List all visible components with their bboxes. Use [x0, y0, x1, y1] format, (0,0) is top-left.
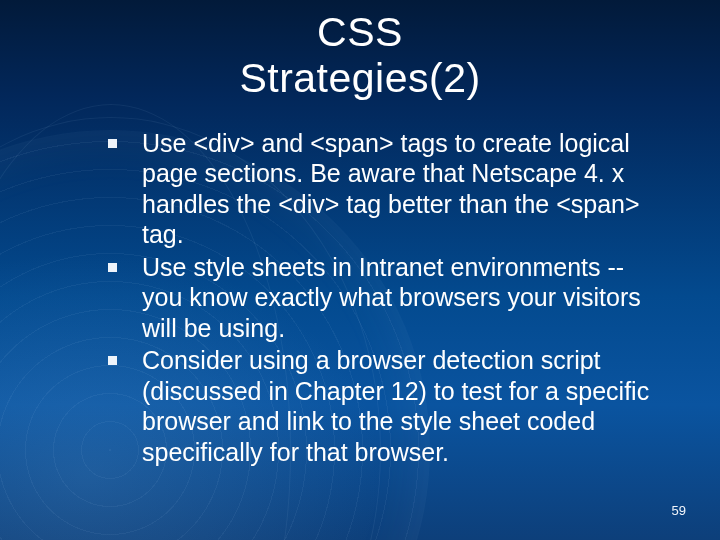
bullet-text: Use style sheets in Intranet environment…: [142, 253, 641, 342]
list-item: Use style sheets in Intranet environment…: [102, 252, 670, 344]
slide: CSS Strategies(2) Use <div> and <span> t…: [0, 0, 720, 540]
bullet-text: Use <div> and <span> tags to create logi…: [142, 129, 640, 249]
slide-title: CSS Strategies(2): [40, 10, 680, 102]
page-number: 59: [672, 503, 686, 518]
bullet-list: Use <div> and <span> tags to create logi…: [102, 128, 670, 468]
bullet-text: Consider using a browser detection scrip…: [142, 346, 649, 466]
list-item: Use <div> and <span> tags to create logi…: [102, 128, 670, 250]
title-line-1: CSS: [317, 9, 403, 55]
list-item: Consider using a browser detection scrip…: [102, 345, 670, 467]
slide-body: Use <div> and <span> tags to create logi…: [40, 128, 680, 468]
title-line-2: Strategies(2): [239, 55, 480, 101]
